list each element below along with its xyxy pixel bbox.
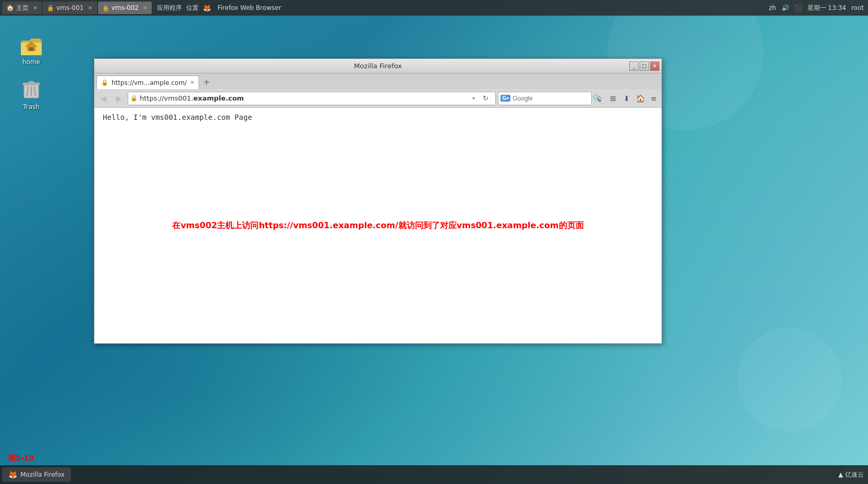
firefox-task-label: Mozilla Firefox xyxy=(20,471,65,478)
address-text[interactable]: https://vms001.example.com xyxy=(140,94,470,102)
close-button[interactable]: ✕ xyxy=(650,61,659,71)
firefox-label: Firefox Web Browser xyxy=(217,4,281,11)
desktop-icons: home Trash xyxy=(10,31,52,110)
maximize-button[interactable]: □ xyxy=(640,61,649,71)
home-toolbar-icon[interactable]: 🏠 xyxy=(634,93,646,104)
figure-label: 图5-19 xyxy=(8,454,34,463)
page-hello-text: Hello, I'm vms001.example.com Page xyxy=(103,113,653,121)
vms002-tab-close[interactable]: ✕ xyxy=(143,5,148,11)
vms001-tab-icon: 🔒 xyxy=(47,5,54,11)
address-lock-icon: 🔒 xyxy=(130,95,138,102)
datetime-display: 星期一 13:34 xyxy=(808,4,846,13)
browser-content: Hello, I'm vms001.example.com Page 在vms0… xyxy=(94,108,662,343)
tab-home[interactable]: 🏠 主页 ✕ xyxy=(2,2,42,14)
forward-button[interactable]: ▶ xyxy=(112,92,126,105)
address-refresh-icon[interactable]: ↻ xyxy=(483,94,493,102)
home-icon-desktop[interactable]: home xyxy=(10,31,52,66)
download-icon[interactable]: ⬇ xyxy=(621,93,632,104)
user-display: root xyxy=(851,4,864,11)
taskbar-top: 🏠 主页 ✕ 🔒 vms-001 ✕ 🔒 vms-002 ✕ 应用程序 位置 🦊… xyxy=(0,0,868,16)
trash-icon-label: Trash xyxy=(23,103,40,110)
vms002-tab-label: vms-002 xyxy=(112,4,139,11)
browser-window: Mozilla Firefox _ □ ✕ 🔒 https://vm...amp… xyxy=(94,58,662,344)
browser-tab-active[interactable]: 🔒 https://vm...ample.com/ ✕ xyxy=(96,76,199,89)
firefox-taskbar-item[interactable]: 🦊 Mozilla Firefox xyxy=(2,467,71,482)
firefox-task-icon: 🦊 xyxy=(8,470,17,479)
new-tab-button[interactable]: + xyxy=(200,76,213,88)
search-engine-badge: G▾ xyxy=(500,95,510,102)
taskbar-top-left: 🏠 主页 ✕ 🔒 vms-001 ✕ 🔒 vms-002 ✕ xyxy=(0,2,152,14)
window-controls: _ □ ✕ xyxy=(629,61,659,71)
browser-tabs-bar: 🔒 https://vm...ample.com/ ✕ + xyxy=(94,73,662,89)
applications-menu[interactable]: 应用程序 xyxy=(157,4,182,13)
trash-icon-desktop[interactable]: Trash xyxy=(10,76,52,110)
home-folder-svg xyxy=(19,31,44,56)
page-annotation-text: 在vms002主机上访问https://vms001.example.com/就… xyxy=(172,220,583,231)
vms002-tab-icon: 🔒 xyxy=(102,5,109,11)
address-dropdown-icon[interactable]: ▾ xyxy=(472,95,481,101)
browser-titlebar: Mozilla Firefox _ □ ✕ xyxy=(94,59,662,73)
taskbar-menu: 应用程序 位置 🦊 Firefox Web Browser xyxy=(152,4,281,13)
vms001-tab-close[interactable]: ✕ xyxy=(88,5,93,11)
screen-icon: ⬛ xyxy=(794,4,802,11)
yiyun-label: ▲ 亿速云 xyxy=(838,470,864,479)
lang-indicator: zh xyxy=(769,4,776,11)
home-tab-close[interactable]: ✕ xyxy=(33,5,38,11)
svg-rect-2 xyxy=(29,47,33,51)
browser-tab-close[interactable]: ✕ xyxy=(190,79,194,86)
new-tab-icon: + xyxy=(203,77,210,87)
customize-icon[interactable]: ⊞ xyxy=(607,93,619,104)
browser-title: Mozilla Firefox xyxy=(354,62,402,70)
back-button[interactable]: ◀ xyxy=(96,92,110,105)
search-input[interactable] xyxy=(512,95,591,102)
home-tab-label: 主页 xyxy=(16,4,29,13)
browser-tab-label: https://vm...ample.com/ xyxy=(112,79,187,86)
taskbar-right: zh 🔊 ⬛ 星期一 13:34 root xyxy=(769,4,868,13)
browser-toolbar: ◀ ▶ 🔒 https://vms001.example.com ▾ ↻ G▾ … xyxy=(94,89,662,108)
taskbar-bottom: 🦊 Mozilla Firefox ▲ 亿速云 xyxy=(0,465,868,484)
bookmark-star-icon[interactable]: ☆ xyxy=(594,93,605,104)
menu-icon[interactable]: ≡ xyxy=(648,93,659,104)
taskbar-bottom-right: ▲ 亿速云 xyxy=(838,470,868,479)
tab-vms002[interactable]: 🔒 vms-002 ✕ xyxy=(98,2,152,14)
tab-vms001[interactable]: 🔒 vms-001 ✕ xyxy=(43,2,97,14)
home-icon-label: home xyxy=(22,58,40,66)
firefox-icon-small: 🦊 xyxy=(203,4,211,12)
svg-rect-8 xyxy=(29,81,34,83)
address-bar[interactable]: 🔒 https://vms001.example.com ▾ ↻ xyxy=(128,92,496,105)
trash-svg xyxy=(19,76,44,101)
tab-lock-icon: 🔒 xyxy=(101,79,108,86)
minimize-button[interactable]: _ xyxy=(629,61,639,71)
places-menu[interactable]: 位置 xyxy=(186,4,199,13)
home-tab-icon: 🏠 xyxy=(6,4,14,11)
vms001-tab-label: vms-001 xyxy=(56,4,83,11)
volume-icon: 🔊 xyxy=(781,4,789,11)
search-bar[interactable]: G▾ 🔍 xyxy=(498,92,592,105)
